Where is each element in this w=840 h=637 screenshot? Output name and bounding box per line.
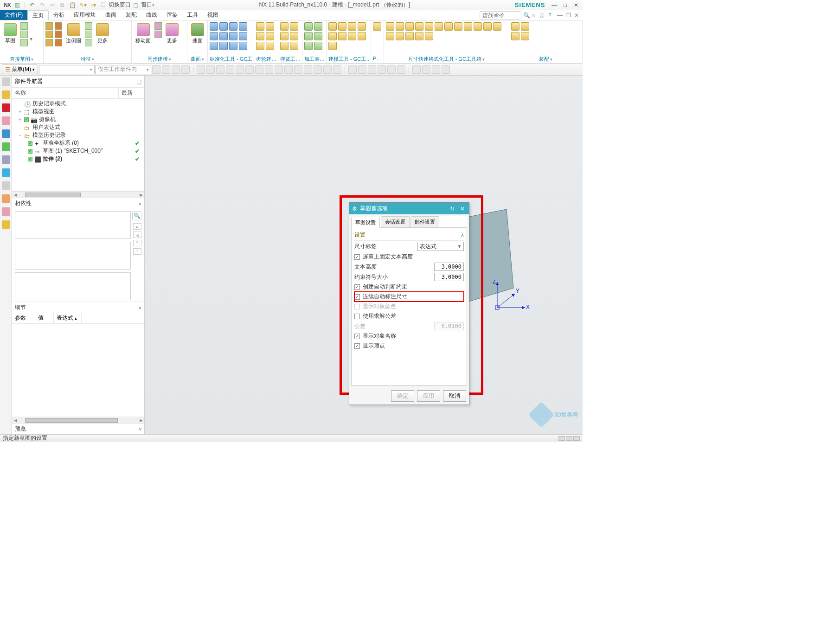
toolbar2-icon[interactable] — [255, 65, 263, 74]
tab-analysis[interactable]: 分析 — [49, 10, 69, 20]
col-value[interactable]: 值 — [35, 313, 54, 323]
resource-tab-4[interactable] — [2, 129, 10, 138]
tab-surface[interactable]: 曲面 — [101, 10, 121, 20]
tab-curve[interactable]: 曲线 — [141, 10, 162, 20]
sync-more-button[interactable]: 更多 — [164, 22, 180, 45]
doc-minimize-button[interactable]: — — [557, 12, 563, 19]
dep-list2-icon[interactable]: ≡ — [133, 248, 141, 255]
apply-button[interactable]: 应用 — [417, 390, 440, 402]
tab-part-settings[interactable]: 部件设置 — [410, 216, 439, 227]
chevron-up-icon[interactable]: ʌ — [139, 305, 141, 310]
resource-tab-9[interactable] — [2, 194, 10, 203]
col-param[interactable]: 参数 — [12, 313, 35, 323]
switch-window-button[interactable]: 切换窗口 — [109, 1, 131, 9]
toolbar2-icon[interactable] — [181, 65, 190, 74]
tab-home[interactable]: 主页 — [27, 10, 49, 20]
toolbar2-icon[interactable] — [216, 65, 224, 74]
paste-icon[interactable]: 📋 — [69, 1, 77, 9]
toolbar2-icon[interactable] — [275, 65, 283, 74]
toolbar2-icon[interactable] — [432, 65, 440, 74]
resource-tab-10[interactable] — [2, 207, 10, 216]
dim-label-select[interactable]: 表达式▼ — [417, 242, 464, 251]
tab-session-settings[interactable]: 会话设置 — [381, 216, 410, 227]
command-search-input[interactable] — [480, 11, 521, 19]
feature-boolean-stack[interactable] — [55, 22, 62, 46]
toolbar2-icon[interactable] — [162, 65, 170, 74]
std-tools-grid[interactable] — [210, 22, 247, 50]
edge-blend-button[interactable]: 边倒圆 — [64, 22, 83, 45]
chevron-down-icon[interactable]: v — [139, 426, 141, 431]
dialog-reset-icon[interactable]: ↻ — [449, 206, 456, 212]
resource-tab-2[interactable] — [2, 103, 10, 112]
fixed-text-height-checkbox[interactable] — [354, 254, 360, 260]
dim-tools-grid[interactable] — [386, 22, 501, 40]
dependency-header[interactable]: 相依性 — [15, 199, 32, 207]
navigator-tree[interactable]: 🕓历史记录模式 +⬚模型视图 +✓📷摄像机 🗀用户表达式 −🗁模型历史记录 ✓✦… — [12, 99, 144, 191]
toolbar2-icon[interactable] — [226, 65, 234, 74]
tab-assembly[interactable]: 装配 — [121, 10, 141, 20]
undo-icon[interactable]: ↶ — [28, 1, 36, 9]
toolbar2-icon[interactable] — [387, 65, 396, 74]
resource-tab-3[interactable] — [2, 116, 10, 125]
resource-tab-7[interactable] — [2, 168, 10, 177]
toolbar2-icon[interactable] — [294, 65, 302, 74]
selection-scope-combo[interactable]: ▾ — [39, 65, 95, 74]
p-tools-grid[interactable] — [373, 22, 381, 31]
resource-tab-1[interactable] — [2, 90, 10, 99]
chevron-up-icon[interactable]: ʌ — [139, 201, 141, 206]
toolbar2-icon[interactable] — [236, 65, 244, 74]
search-icon[interactable]: 🔍 — [523, 12, 530, 19]
gear-tools-grid[interactable] — [256, 22, 274, 50]
dialog-close-icon[interactable]: ✕ — [459, 206, 466, 212]
show-name-checkbox[interactable] — [354, 334, 360, 339]
toolbar2-icon[interactable] — [368, 65, 376, 74]
dep-nav-left-icon[interactable]: ◂ — [133, 232, 141, 238]
tab-application[interactable]: 应用模块 — [69, 10, 101, 20]
toolbar2-icon[interactable] — [397, 65, 405, 74]
toolbar2-icon[interactable] — [172, 65, 180, 74]
new-icon[interactable]: ▥ — [14, 1, 21, 9]
toolbar2-icon[interactable] — [206, 65, 215, 74]
doc-restore-button[interactable]: ❐ — [565, 12, 571, 19]
text-height-input[interactable] — [434, 263, 464, 271]
file-menu[interactable]: 文件(F) — [0, 10, 27, 20]
feature-primitive-stack[interactable] — [45, 22, 53, 46]
tab-tools[interactable]: 工具 — [182, 10, 203, 20]
feature-misc-stack[interactable] — [85, 22, 92, 46]
col-expr[interactable]: 表达式 ▴ — [54, 313, 82, 323]
redo-icon[interactable]: ↷ — [38, 1, 46, 9]
minimize-button[interactable]: — — [550, 2, 559, 8]
toolbar2-icon[interactable] — [152, 65, 160, 74]
model-tools-grid[interactable] — [328, 22, 366, 50]
dep-nav-right-icon[interactable]: ▸ — [133, 223, 141, 230]
toolbar2-icon[interactable] — [314, 65, 322, 74]
toolbar2-icon[interactable] — [348, 65, 357, 74]
checkbox-icon[interactable]: ✓ — [24, 117, 29, 122]
help-icon[interactable]: ⍓ — [540, 12, 546, 19]
use-tolerance-checkbox[interactable] — [354, 314, 360, 319]
toolbar2-icon[interactable] — [284, 65, 293, 74]
recent-icon[interactable]: ⌂ — [532, 12, 538, 19]
toolbar2-icon[interactable] — [197, 65, 205, 74]
machining-tools-grid[interactable] — [304, 22, 322, 50]
toolbar2-icon[interactable] — [323, 65, 332, 74]
cut-icon[interactable]: ✂ — [49, 1, 56, 9]
menu-button[interactable]: ☰菜单(M)▾ — [2, 64, 38, 74]
toolbar2-icon[interactable] — [442, 65, 450, 74]
col-name[interactable]: 名称 — [12, 88, 119, 98]
create-infer-checkbox[interactable] — [354, 284, 360, 290]
h-scrollbar[interactable]: ◀▶ — [12, 191, 144, 198]
graphics-viewport[interactable]: X Y Z X Y Z ⚙ 草图首选项 ↻ ✕ 草图设置 会话设置 — [145, 76, 583, 434]
feature-more-button[interactable]: 更多 — [94, 22, 111, 45]
resource-tab-5[interactable] — [2, 142, 10, 151]
window-menu-button[interactable]: 窗口 — [141, 1, 152, 9]
brush-icon[interactable]: ✎▾ — [79, 1, 87, 9]
maximize-button[interactable]: □ — [561, 2, 570, 8]
copy-icon[interactable]: ⧉ — [59, 1, 66, 9]
resource-tab-8[interactable] — [2, 181, 10, 190]
window-icon[interactable]: ▢ — [132, 1, 140, 9]
constraint-size-input[interactable] — [434, 273, 464, 281]
toolbar2-icon[interactable] — [412, 65, 421, 74]
resource-tab-6[interactable] — [2, 155, 10, 164]
surface-button[interactable]: 曲面 — [189, 22, 205, 45]
